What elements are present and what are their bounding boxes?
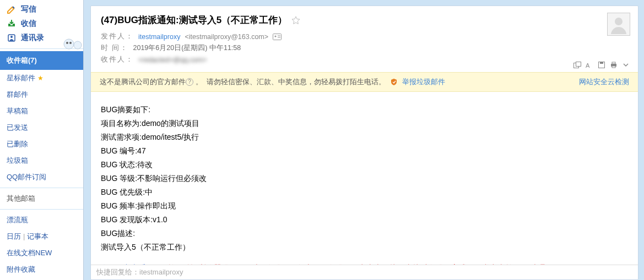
warning-text-2: 请勿轻信密保、汇款、中奖信息，勿轻易拨打陌生电话。 — [207, 77, 386, 87]
body-line: BUG 状态:待改 — [101, 158, 628, 171]
quick-reply-bar[interactable]: 快捷回复给：itestmailproxy — [91, 265, 638, 279]
sender-avatar[interactable] — [607, 13, 630, 36]
mail-meta: 发件人： itestmailproxy <itestmailproxy@163.… — [101, 32, 628, 64]
sidebar-item-starred[interactable]: 星标邮件★ — [0, 70, 83, 86]
quick-reply-recipient: itestmailproxy — [139, 268, 183, 276]
sidebar-item-trash[interactable]: 垃圾箱 — [0, 152, 83, 169]
warning-text-1: 这不是腾讯公司的官方邮件 — [100, 77, 186, 87]
body-line: BUG 编号:47 — [101, 144, 628, 157]
main-content: (47)BUG指派通知:测试导入5（不正常工作） 发件人： itestmailp… — [84, 0, 644, 280]
to-value: <redacted>@qq.com> — [138, 56, 207, 64]
from-email: <itestmailproxy@163.com> — [185, 33, 268, 41]
time-label: 时 间： — [101, 43, 128, 53]
sidebar-item-group[interactable]: 群邮件 — [0, 86, 83, 103]
from-name[interactable]: itestmailproxy — [138, 33, 180, 41]
mail-subject: (47)BUG指派通知:测试导入5（不正常工作） — [101, 14, 628, 26]
warning-bar: 这不是腾讯公司的官方邮件 ? 。 请勿轻信密保、汇款、中奖信息，勿轻易拨打陌生电… — [91, 72, 638, 92]
sidebar-item-sent[interactable]: 已发送 — [0, 119, 83, 136]
quick-reply-placeholder: 快捷回复给： — [96, 268, 139, 276]
report-spam-link[interactable]: 举报垃圾邮件 — [402, 77, 445, 87]
star-icon: ★ — [37, 74, 44, 82]
receive-label: 收信 — [21, 19, 36, 29]
compose-button[interactable]: 写信 — [0, 2, 83, 17]
sidebar-item-inbox[interactable]: 收件箱(7) — [0, 51, 83, 70]
svg-point-2 — [64, 39, 74, 49]
svg-rect-6 — [273, 34, 282, 40]
sidebar-item-calendar[interactable]: 日历|记事本 — [0, 228, 83, 245]
sidebar-primary-actions: 写信 收信 通讯录 — [0, 2, 83, 49]
body-line: BUG 优先级:中 — [101, 185, 628, 199]
svg-rect-10 — [576, 62, 581, 67]
header-toolbar: A — [573, 61, 630, 69]
mail-panel: (47)BUG指派通知:测试导入5（不正常工作） 发件人： itestmailp… — [90, 6, 638, 280]
sidebar-folders: 收件箱(7) 星标邮件★ 群邮件 草稿箱 已发送 已删除 垃圾箱 QQ邮件订阅 — [0, 49, 83, 188]
svg-rect-13 — [600, 62, 603, 64]
svg-point-1 — [10, 36, 13, 38]
print-icon[interactable] — [609, 61, 618, 69]
svg-point-8 — [615, 18, 623, 25]
to-label: 收件人： — [101, 55, 134, 64]
sidebar-other-header[interactable]: 其他邮箱 — [0, 190, 83, 207]
mascot-decoration — [61, 33, 86, 50]
from-label: 发件人： — [101, 32, 134, 41]
contact-card-icon[interactable] — [273, 34, 282, 40]
help-icon[interactable]: ? — [186, 78, 193, 86]
save-icon[interactable] — [597, 61, 606, 69]
svg-text:A: A — [586, 62, 590, 68]
sidebar-item-docs[interactable]: 在线文档NEW — [0, 245, 83, 261]
time-value: 2019年6月20日(星期四) 中午11:58 — [133, 43, 241, 53]
receive-button[interactable]: 收信 — [0, 17, 83, 31]
svg-rect-15 — [612, 62, 615, 64]
body-line: BUG 等级:不影响运行但必须改 — [101, 172, 628, 185]
mail-to-row: 收件人： <redacted>@qq.com> — [101, 55, 628, 64]
svg-rect-16 — [612, 66, 615, 68]
contacts-label: 通讯录 — [21, 33, 44, 43]
sidebar-item-subscribe[interactable]: QQ邮件订阅 — [0, 169, 83, 185]
mail-time-row: 时 间： 2019年6月20日(星期四) 中午11:58 — [101, 43, 628, 53]
security-check-link[interactable]: 网站安全云检测 — [579, 77, 629, 87]
mail-body: BUG摘要如下: 项目名称为:demo的测试项目 测试需求项:demo/ites… — [91, 92, 638, 265]
sidebar-item-file-transfer[interactable]: 文件中转站 — [0, 278, 83, 280]
new-badge: NEW — [35, 249, 52, 257]
mail-from-row: 发件人： itestmailproxy <itestmailproxy@163.… — [101, 32, 628, 41]
svg-point-5 — [69, 42, 72, 44]
mail-header: (47)BUG指派通知:测试导入5（不正常工作） 发件人： itestmailp… — [91, 6, 638, 72]
contacts-icon — [7, 34, 17, 42]
body-line: BUG 发现版本:v1.0 — [101, 213, 628, 226]
compose-icon — [7, 5, 17, 14]
compose-label: 写信 — [21, 4, 36, 14]
font-size-icon[interactable]: A — [585, 61, 594, 69]
svg-point-7 — [274, 35, 276, 37]
body-line: 测试需求项:demo/itest5/执行 — [101, 130, 628, 144]
body-line: 测试导入5（不正常工作） — [101, 240, 628, 254]
body-line: BUG 频率:操作即出现 — [101, 199, 628, 212]
sidebar-item-deleted[interactable]: 已删除 — [0, 136, 83, 152]
sidebar-item-drafts[interactable]: 草稿箱 — [0, 103, 83, 119]
sidebar-extras: 漂流瓶 日历|记事本 在线文档NEW 附件收藏 文件中转站 贺卡|明信片 阅读空… — [0, 210, 83, 280]
sidebar: 写信 收信 通讯录 收件箱(7) 星标邮件★ 群邮件 草稿箱 已发送 已删除 垃… — [0, 0, 84, 280]
sidebar-item-attach-fav[interactable]: 附件收藏 — [0, 261, 83, 278]
sidebar-other: 其他邮箱 — [0, 188, 83, 210]
chevron-down-icon[interactable] — [621, 61, 630, 69]
sidebar-item-drift[interactable]: 漂流瓶 — [0, 212, 83, 228]
new-window-icon[interactable] — [573, 61, 582, 69]
star-outline-icon[interactable] — [291, 16, 300, 25]
inbox-icon — [7, 19, 17, 28]
svg-point-3 — [74, 41, 82, 49]
body-line: BUG摘要如下: — [101, 103, 628, 116]
body-line: 项目名称为:demo的测试项目 — [101, 117, 628, 130]
shield-icon — [390, 78, 398, 86]
svg-point-4 — [66, 42, 68, 44]
body-line: BUG描述: — [101, 227, 628, 240]
